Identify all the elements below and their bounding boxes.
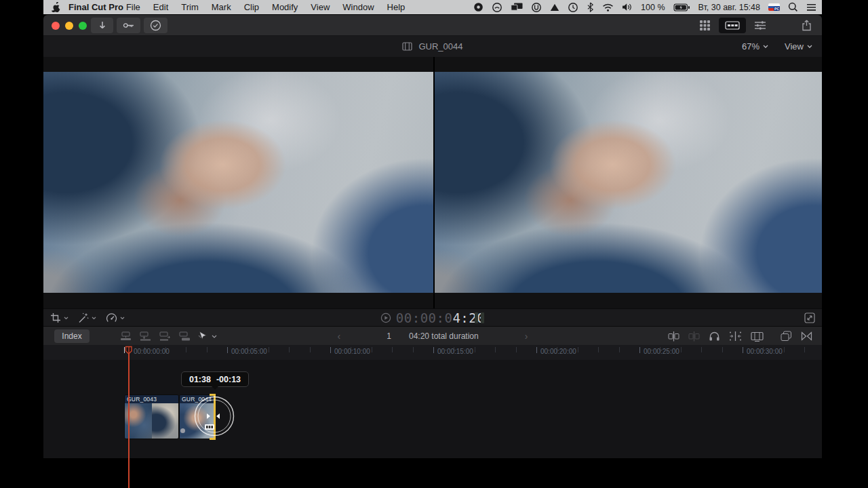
creative-cloud-icon[interactable] <box>492 2 502 13</box>
grid-icon <box>699 20 711 31</box>
menu-mark[interactable]: Mark <box>212 2 231 12</box>
ruler-tick <box>639 347 640 353</box>
battery-percent[interactable]: 100 % <box>641 3 665 12</box>
viewer-split-divider <box>433 57 435 308</box>
filmstrip-icon <box>205 424 214 430</box>
menu-clip[interactable]: Clip <box>244 2 259 12</box>
layout-badge: PC <box>774 7 780 11</box>
screen: Final Cut Pro File Edit Trim Mark Clip M… <box>0 0 868 488</box>
time-machine-icon[interactable] <box>568 2 578 13</box>
ruler-label: 00:00:10:00 <box>334 348 370 355</box>
battery-icon[interactable] <box>673 3 690 12</box>
display-mirroring-icon[interactable] <box>511 3 523 12</box>
audio-meters[interactable] <box>475 312 484 323</box>
clip-appearance-icon[interactable] <box>751 331 764 342</box>
ruler-tick <box>743 347 743 353</box>
ruler-label: 00:00:15:00 <box>437 348 473 355</box>
menu-trim[interactable]: Trim <box>181 2 199 12</box>
ruler-tick <box>536 347 537 353</box>
background-tasks-button[interactable] <box>144 18 167 33</box>
solo-toggle-icon[interactable] <box>709 331 720 342</box>
playhead[interactable] <box>128 346 130 488</box>
menu-bar: Final Cut Pro File Edit Trim Mark Clip M… <box>43 0 822 14</box>
apple-icon <box>52 2 60 12</box>
browser-grid-view-button[interactable] <box>693 18 716 33</box>
timeline-toolbar: Index ‹ 1 04:20 total duration › <box>43 326 822 345</box>
spotlight-icon[interactable] <box>788 2 798 12</box>
menu-help[interactable]: Help <box>387 2 406 12</box>
viewer-title-bar: GUR_0044 67% View <box>43 36 822 57</box>
view-menu-label: View <box>785 41 804 52</box>
total-duration: 04:20 total duration <box>409 331 479 341</box>
ruler-label: 00:00:25:00 <box>644 348 679 355</box>
chevron-down-icon <box>807 45 812 48</box>
viewer-frame-left[interactable] <box>43 72 433 293</box>
ruler-label: 00:00:20:00 <box>540 348 576 355</box>
trim-right-arrow-icon <box>216 413 220 419</box>
viewer-frame-right[interactable] <box>435 72 822 293</box>
menu-bar-clock[interactable]: Вт, 30 авг. 15:48 <box>698 3 760 12</box>
utorrent-icon[interactable] <box>531 2 542 13</box>
inspector-button[interactable] <box>749 18 772 33</box>
ruler-tick <box>433 347 434 353</box>
ruler-tick <box>330 347 331 353</box>
ruler-tick <box>227 347 228 353</box>
trim-tooltip: 01:38 -00:13 <box>181 371 249 387</box>
clip-name: GUR_0043 <box>125 395 178 403</box>
notification-center-icon[interactable] <box>806 3 816 12</box>
close-button[interactable] <box>52 22 60 30</box>
transport-bar: 00:00:04:20 <box>43 308 822 326</box>
keyword-editor-button[interactable] <box>117 18 140 33</box>
clip-marker-dot <box>180 428 185 433</box>
viewer-zoom-dropdown[interactable]: 67% <box>742 41 768 52</box>
expand-timeline-button[interactable] <box>804 312 815 326</box>
app-toolbar <box>43 15 822 36</box>
timeline-clip-gur-0043[interactable]: GUR_0043 <box>124 394 179 439</box>
sliders-icon <box>754 20 766 31</box>
snapping-toggle-icon[interactable] <box>729 331 742 342</box>
sequence-counter: 1 <box>387 331 391 341</box>
share-button[interactable] <box>795 18 818 33</box>
trim-offset: -00:13 <box>216 375 241 384</box>
bluetooth-icon[interactable] <box>587 2 594 12</box>
key-icon <box>123 21 134 30</box>
keyboard-layout-flag[interactable]: PC <box>768 3 780 11</box>
screen-record-icon[interactable] <box>473 2 484 12</box>
browser-filmstrip-view-button[interactable] <box>719 18 746 33</box>
import-media-button[interactable] <box>91 18 113 33</box>
timecode-dim: 00:00:0 <box>396 310 453 325</box>
filmstrip-view-icon <box>725 20 740 30</box>
audio-skimming-toggle-icon[interactable] <box>688 331 700 342</box>
dropbox-icon[interactable] <box>550 3 559 12</box>
trim-cursor-overlay <box>194 396 235 436</box>
apple-menu[interactable] <box>52 2 60 12</box>
ruler-label: 00:00:05:00 <box>231 348 267 355</box>
menu-file[interactable]: File <box>126 2 140 12</box>
viewer-clip-title: GUR_0044 <box>418 41 462 52</box>
playhead-flag[interactable] <box>125 346 133 355</box>
menu-view[interactable]: View <box>311 2 330 12</box>
volume-icon[interactable] <box>622 3 633 12</box>
viewer-view-dropdown[interactable]: View <box>785 41 812 52</box>
trim-duration: 01:38 <box>189 375 211 384</box>
trim-left-arrow-icon <box>207 413 210 419</box>
timecode-display[interactable]: 00:00:04:20 <box>43 309 822 327</box>
timeline-ruler[interactable]: 00:00:00:00 00:00:05:00 00:00:10:00 00:0… <box>43 345 822 360</box>
ruler-label: 00:00:00:00 <box>134 348 170 355</box>
wifi-icon[interactable] <box>602 3 614 12</box>
menu-window[interactable]: Window <box>342 2 374 12</box>
zoom-level: 67% <box>742 41 760 52</box>
expand-icon <box>804 312 815 323</box>
zoom-button[interactable] <box>79 22 87 30</box>
minimize-button[interactable] <box>65 22 73 30</box>
menu-modify[interactable]: Modify <box>272 2 298 12</box>
effects-browser-icon[interactable] <box>781 331 792 342</box>
transitions-browser-icon[interactable] <box>801 331 812 342</box>
menu-edit[interactable]: Edit <box>153 2 168 12</box>
clip-thumbnail <box>152 403 179 439</box>
chevron-down-icon <box>763 45 768 48</box>
menu-app-name[interactable]: Final Cut Pro <box>68 2 123 12</box>
skimming-toggle-icon[interactable] <box>668 331 679 342</box>
previous-edit-icon[interactable]: ‹ <box>338 331 341 342</box>
next-edit-icon[interactable]: › <box>525 331 528 342</box>
